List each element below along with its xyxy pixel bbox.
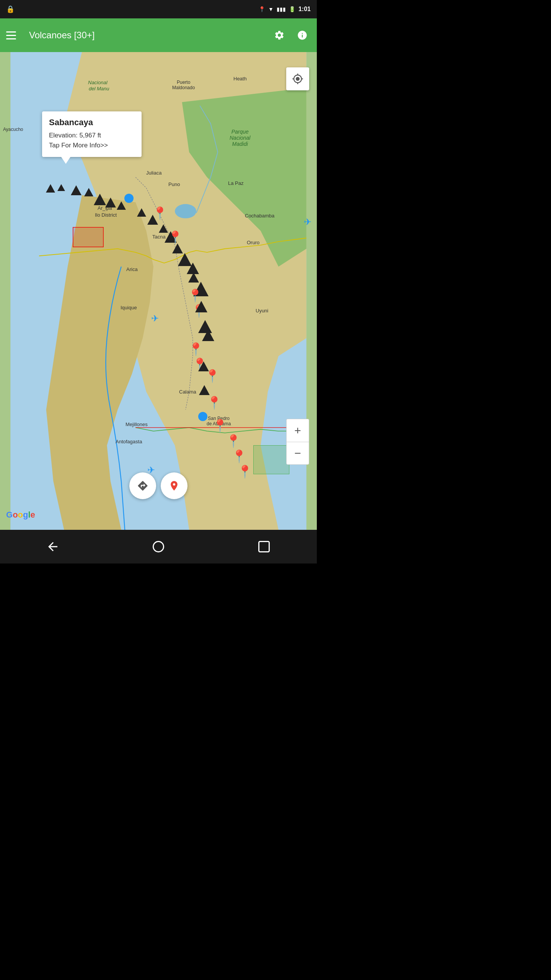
status-time: 1:01 xyxy=(298,6,311,13)
back-button[interactable] xyxy=(37,531,68,562)
airplane-marker-right: ✈ xyxy=(304,217,311,227)
svg-point-4 xyxy=(153,542,164,552)
popup-volcano-name: Sabancaya xyxy=(49,118,135,127)
settings-button[interactable] xyxy=(271,27,288,44)
menu-button[interactable] xyxy=(6,27,23,44)
pin-marker-9[interactable]: 📍 xyxy=(212,420,228,432)
volcano-marker-6[interactable] xyxy=(105,198,116,207)
zoom-controls: + − xyxy=(286,419,309,465)
svg-rect-3 xyxy=(253,446,289,474)
google-maps-button[interactable] xyxy=(161,472,187,499)
pin-marker-5[interactable]: 📍 xyxy=(188,343,204,355)
wifi-icon: ▼ xyxy=(268,6,274,12)
lock-icon: 🔒 xyxy=(6,5,15,13)
volcano-marker-2[interactable] xyxy=(57,184,65,191)
recents-button[interactable] xyxy=(249,531,279,562)
map-container[interactable]: Heath Nacional del Manu PuertoMaldonado … xyxy=(0,52,317,530)
location-status-icon: 📍 xyxy=(259,6,265,12)
volcano-marker-15[interactable] xyxy=(188,273,199,283)
volcano-marker-4[interactable] xyxy=(84,188,93,196)
popup-elevation: Elevation: 5,967 ft Tap For More Info>> xyxy=(49,131,135,150)
sabancaya-marker[interactable] xyxy=(124,194,134,203)
airplane-marker-iquique: ✈ xyxy=(151,313,159,324)
pin-marker-8[interactable]: 📍 xyxy=(207,397,222,409)
status-bar: 🔒 📍 ▼ ▮▮▮ 🔋 1:01 xyxy=(0,0,317,18)
my-location-button[interactable] xyxy=(286,67,309,90)
volcano-marker-1[interactable] xyxy=(46,184,55,193)
zoom-in-button[interactable]: + xyxy=(286,419,309,442)
volcano-marker-21[interactable] xyxy=(199,385,210,395)
svg-rect-5 xyxy=(259,542,269,552)
signal-icon: ▮▮▮ xyxy=(277,6,286,12)
svg-point-1 xyxy=(175,204,196,218)
pin-marker-11[interactable]: 📍 xyxy=(231,450,247,462)
battery-icon: 🔋 xyxy=(289,6,295,12)
volcano-marker-19[interactable] xyxy=(202,330,214,341)
volcano-marker-12[interactable] xyxy=(172,243,183,253)
home-button[interactable] xyxy=(143,531,174,562)
zoom-out-button[interactable]: − xyxy=(286,442,309,465)
pin-marker-3[interactable]: 📍 xyxy=(187,289,203,302)
current-location-marker[interactable] xyxy=(198,412,207,421)
info-button[interactable] xyxy=(294,27,311,44)
volcano-marker-3[interactable] xyxy=(71,185,82,195)
volcano-marker-5[interactable] xyxy=(94,194,106,205)
volcano-info-popup[interactable]: Sabancaya Elevation: 5,967 ft Tap For Mo… xyxy=(42,111,142,157)
bottom-toolbar xyxy=(129,472,187,499)
directions-button[interactable] xyxy=(129,472,156,499)
pin-marker-12[interactable]: 📍 xyxy=(237,466,253,478)
svg-rect-2 xyxy=(73,227,103,247)
volcano-marker-8[interactable] xyxy=(137,208,146,217)
volcano-marker-17[interactable] xyxy=(195,301,207,312)
pin-marker-7[interactable]: 📍 xyxy=(205,370,220,382)
pin-marker-1[interactable]: 📍 xyxy=(152,207,168,219)
pin-marker-10[interactable]: 📍 xyxy=(226,435,241,447)
app-title: Volcanoes [30+] xyxy=(29,30,265,41)
google-logo: Google xyxy=(6,510,35,520)
nav-bar xyxy=(0,530,317,564)
pin-marker-2[interactable]: 📍 xyxy=(168,231,183,243)
app-bar: Volcanoes [30+] xyxy=(0,18,317,52)
